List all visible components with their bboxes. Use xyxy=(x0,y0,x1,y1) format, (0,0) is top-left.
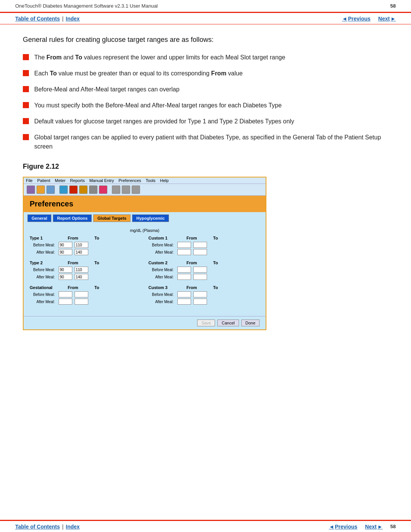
bullet-text-5: Default values for glucose target ranges… xyxy=(34,117,294,126)
c3-am-from-input[interactable] xyxy=(177,299,191,305)
index-link-bottom[interactable]: Index xyxy=(66,524,80,530)
list-item: Default values for glucose target ranges… xyxy=(23,117,388,126)
c2-from-header: From xyxy=(186,260,202,265)
toc-link-bottom[interactable]: Table of Contents xyxy=(15,524,60,530)
menu-reports[interactable]: Reports xyxy=(70,178,85,183)
list-item: Each To value must be greater than or eq… xyxy=(23,69,388,78)
c1-am-label: After Meal: xyxy=(148,250,175,254)
c2-am-label: After Meal: xyxy=(148,275,175,279)
type1-am-from-input[interactable] xyxy=(59,249,72,255)
save-button[interactable]: Save xyxy=(197,320,215,326)
tab-report-options[interactable]: Report Options xyxy=(53,214,92,222)
c2-am-from-input[interactable] xyxy=(177,274,191,280)
c2-bm-from-input[interactable] xyxy=(177,267,191,273)
nav-bar-top: Table of Contents | Index ◄ Previous Nex… xyxy=(0,13,411,24)
toolbar-list-icon[interactable] xyxy=(46,185,55,194)
previous-button-bottom[interactable]: ◄ Previous xyxy=(329,524,357,530)
c2-bm-to-input[interactable] xyxy=(193,267,207,273)
gestational-section: Gestational From To Before Meal: After M… xyxy=(30,285,141,305)
gest-to-header: To xyxy=(94,285,110,290)
bullet-icon-6 xyxy=(23,134,29,140)
next-button-top[interactable]: Next ► xyxy=(378,16,396,22)
toolbar-print-icon[interactable] xyxy=(112,185,120,194)
menu-preferences[interactable]: Preferences xyxy=(118,178,141,183)
c3-bm-from-input[interactable] xyxy=(177,291,191,297)
bullet-icon-4 xyxy=(23,102,29,108)
c1-bm-from-input[interactable] xyxy=(177,242,191,248)
c1-am-to-input[interactable] xyxy=(193,249,207,255)
type2-label: Type 2 xyxy=(30,260,56,265)
c2-to-header: To xyxy=(213,260,228,265)
tab-global-targets[interactable]: Global Targets xyxy=(93,214,131,222)
toolbar-export-icon[interactable] xyxy=(122,185,130,194)
type2-am-from-input[interactable] xyxy=(59,274,72,280)
gest-am-to-input[interactable] xyxy=(75,299,88,305)
menu-patient[interactable]: Patient xyxy=(37,178,50,183)
previous-button-top[interactable]: ◄ Previous xyxy=(342,16,371,22)
type1-am-label: After Meal: xyxy=(30,250,56,254)
c1-am-from-input[interactable] xyxy=(177,249,191,255)
done-button[interactable]: Done xyxy=(241,320,260,326)
toolbar-folder-icon[interactable] xyxy=(79,185,88,194)
custom3-header: Custom 3 From To xyxy=(148,285,260,290)
c3-bm-to-input[interactable] xyxy=(193,291,207,297)
gestational-header: Gestational From To xyxy=(30,285,141,290)
nav-left-top: Table of Contents | Index xyxy=(15,16,80,22)
bullet-icon-2 xyxy=(23,70,29,76)
toolbar-pencil-icon[interactable] xyxy=(89,185,97,194)
targets-grid: Type 1 From To Before Meal: After Meal: xyxy=(30,236,260,310)
bullet-text-6: Global target ranges can be applied to e… xyxy=(34,133,388,151)
type2-from-header: From xyxy=(68,260,83,265)
bullet-icon-1 xyxy=(23,54,29,60)
custom2-section: Custom 2 From To Before Meal: After Meal… xyxy=(148,260,260,280)
gest-am-from-input[interactable] xyxy=(59,299,72,305)
toolbar-home-icon[interactable] xyxy=(37,185,45,194)
menu-help[interactable]: Help xyxy=(160,178,169,183)
custom3-section: Custom 3 From To Before Meal: After Meal… xyxy=(148,285,260,305)
gest-bm-label: Before Meal: xyxy=(30,292,56,297)
menu-tools[interactable]: Tools xyxy=(146,178,156,183)
targets-col-right: Custom 1 From To Before Meal: After Meal… xyxy=(148,236,260,310)
type2-am-label: After Meal: xyxy=(30,275,56,279)
tab-general[interactable]: General xyxy=(27,214,51,222)
type2-bm-to-input[interactable] xyxy=(75,267,88,273)
c1-bm-to-input[interactable] xyxy=(193,242,207,248)
type2-am-to-input[interactable] xyxy=(75,274,88,280)
toolbar-red-icon[interactable] xyxy=(69,185,78,194)
toolbar-grid-icon[interactable] xyxy=(132,185,140,194)
custom2-label: Custom 2 xyxy=(148,260,175,265)
targets-content: mg/dL (Plasma) Type 1 From To Bef xyxy=(24,224,266,316)
gest-bm-from-input[interactable] xyxy=(59,291,72,297)
toolbar-heart-icon[interactable] xyxy=(99,185,107,194)
next-arrow-icon: ► xyxy=(390,16,396,22)
cancel-button[interactable]: Cancel xyxy=(217,320,239,326)
menu-file[interactable]: File xyxy=(26,178,33,183)
c2-am-to-input[interactable] xyxy=(193,274,207,280)
type2-bm-label: Before Meal: xyxy=(30,268,56,272)
list-item: Global target ranges can be applied to e… xyxy=(23,133,388,151)
next-arrow-icon-bottom: ► xyxy=(378,524,383,530)
type1-header: Type 1 From To xyxy=(30,236,141,240)
next-button-bottom[interactable]: Next ► xyxy=(365,524,382,530)
c1-bm-label: Before Meal: xyxy=(148,243,175,247)
tab-hypoglycemic[interactable]: Hypoglycemic xyxy=(132,214,169,222)
type1-bm-from-input[interactable] xyxy=(59,242,72,248)
toolbar-person-icon[interactable] xyxy=(59,185,68,194)
menu-manual-entry[interactable]: Manual Entry xyxy=(89,178,114,183)
type1-am-to-input[interactable] xyxy=(75,249,88,255)
type1-to-header: To xyxy=(94,236,110,240)
toc-link-top[interactable]: Table of Contents xyxy=(15,16,60,22)
nav-bar-bottom: Table of Contents | Index ◄ Previous Nex… xyxy=(0,520,411,532)
targets-col-left: Type 1 From To Before Meal: After Meal: xyxy=(30,236,141,310)
c3-am-to-input[interactable] xyxy=(193,299,207,305)
page-number-bottom: 58 xyxy=(390,524,396,529)
custom1-label: Custom 1 xyxy=(148,236,175,240)
index-link-top[interactable]: Index xyxy=(66,16,80,22)
type2-bm-from-input[interactable] xyxy=(59,267,72,273)
toolbar-back-icon[interactable] xyxy=(27,185,35,194)
nav-sep-bottom: | xyxy=(62,524,64,530)
type1-bm-to-input[interactable] xyxy=(75,242,88,248)
menu-meter[interactable]: Meter xyxy=(55,178,65,183)
bottom-buttons: Save Cancel Done xyxy=(24,316,266,329)
gest-bm-to-input[interactable] xyxy=(75,291,88,297)
